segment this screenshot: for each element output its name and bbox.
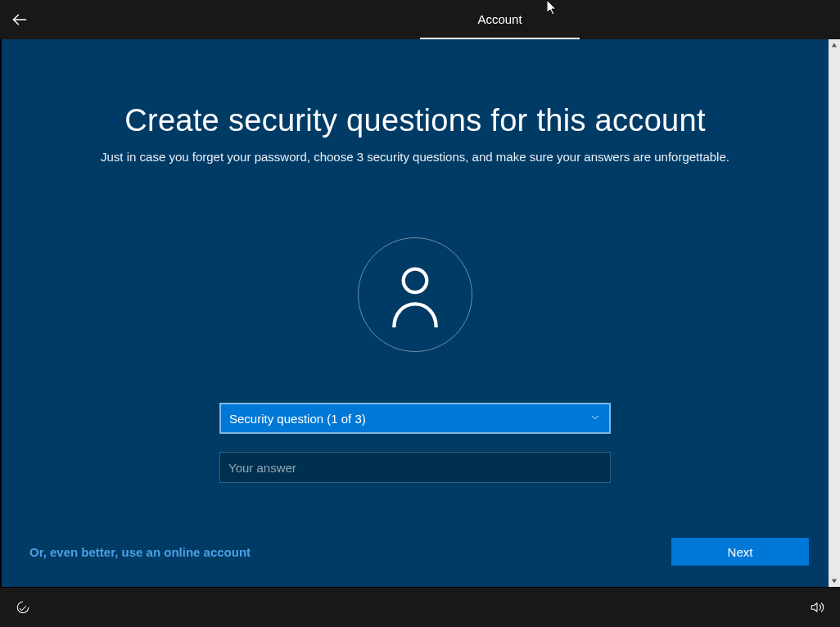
avatar <box>358 237 472 352</box>
scroll-down-button[interactable] <box>829 575 840 587</box>
volume-icon <box>810 600 824 615</box>
vertical-scrollbar[interactable] <box>829 39 840 587</box>
page-title: Create security questions for this accou… <box>2 103 829 138</box>
dropdown-label: Security question (1 of 3) <box>229 412 366 426</box>
tab-account[interactable]: Account <box>420 0 580 39</box>
svg-marker-3 <box>832 580 837 584</box>
back-arrow-icon <box>11 11 28 28</box>
svg-marker-2 <box>832 43 837 47</box>
user-icon <box>386 262 444 327</box>
back-button[interactable] <box>0 0 39 39</box>
chevron-down-icon <box>589 412 601 426</box>
online-account-link[interactable]: Or, even better, use an online account <box>29 545 251 559</box>
ease-of-access-icon <box>16 600 30 615</box>
svg-marker-5 <box>811 603 817 612</box>
security-question-dropdown[interactable]: Security question (1 of 3) <box>219 403 611 434</box>
svg-point-1 <box>404 269 427 293</box>
tab-strip: Account <box>260 0 580 39</box>
footer-row: Or, even better, use an online account N… <box>29 538 809 566</box>
answer-input[interactable] <box>219 452 611 483</box>
volume-button[interactable] <box>807 598 827 617</box>
tab-prev[interactable] <box>260 0 420 39</box>
main-panel: Create security questions for this accou… <box>2 39 829 587</box>
page-subtitle: Just in case you forget your password, c… <box>2 150 829 164</box>
security-question-form: Security question (1 of 3) <box>219 403 611 483</box>
ease-of-access-button[interactable] <box>13 598 33 617</box>
next-button[interactable]: Next <box>671 538 809 566</box>
svg-point-4 <box>17 602 29 613</box>
scroll-up-button[interactable] <box>829 39 840 51</box>
top-bar: Account <box>0 0 840 39</box>
bottom-bar <box>0 588 840 627</box>
